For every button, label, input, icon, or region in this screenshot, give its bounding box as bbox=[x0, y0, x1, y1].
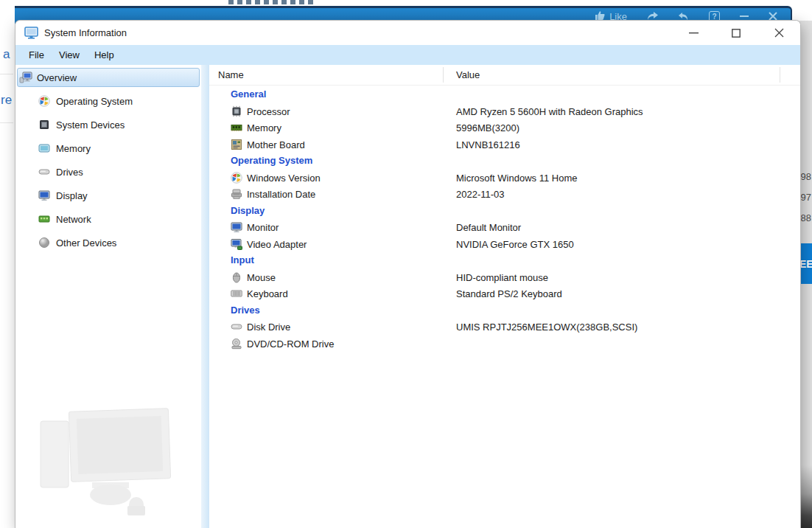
motherboard-icon bbox=[231, 139, 242, 150]
row-monitor[interactable]: MonitorDefault Monitor bbox=[209, 219, 800, 236]
sphere-icon bbox=[38, 237, 52, 249]
display-icon bbox=[231, 221, 242, 233]
ram-icon bbox=[231, 122, 242, 133]
item-value: NVIDIA GeForce GTX 1650 bbox=[456, 239, 574, 250]
sidebar-item-memory[interactable]: Memory bbox=[17, 139, 200, 158]
workstation-icon bbox=[19, 72, 32, 83]
item-name: Keyboard bbox=[247, 288, 288, 299]
row-installation-date[interactable]: Installation Date2022-11-03 bbox=[209, 186, 800, 203]
item-value: 2022-11-03 bbox=[456, 189, 505, 200]
background-left-edge: a re bbox=[0, 0, 15, 528]
item-name: Processor bbox=[247, 106, 290, 117]
item-value: Default Monitor bbox=[456, 222, 521, 233]
item-name: Monitor bbox=[247, 222, 279, 233]
menu-view[interactable]: View bbox=[52, 49, 87, 60]
row-disk-drive[interactable]: Disk DriveUMIS RPJTJ256MEE1OWX(238GB,SCS… bbox=[209, 319, 800, 336]
details-panel: Name Value GeneralProcessorAMD Ryzen 5 5… bbox=[209, 65, 800, 528]
close-icon[interactable] bbox=[757, 21, 800, 45]
windows-logo-icon bbox=[231, 172, 242, 184]
row-mother-board[interactable]: Mother BoardLNVNB161216 bbox=[209, 136, 800, 153]
item-name: Installation Date bbox=[247, 189, 315, 200]
row-keyboard[interactable]: KeyboardStandard PS/2 Keyboard bbox=[209, 285, 800, 302]
chip-icon bbox=[38, 119, 52, 131]
item-value: LNVNB161216 bbox=[456, 139, 520, 150]
column-header-name[interactable]: Name bbox=[218, 69, 244, 80]
menu-file[interactable]: File bbox=[21, 49, 52, 60]
section-header-display: Display bbox=[209, 203, 800, 220]
computer-watermark-image bbox=[18, 395, 199, 520]
row-windows-version[interactable]: Windows VersionMicrosoft Windows 11 Home bbox=[209, 170, 800, 187]
item-name: Disk Drive bbox=[247, 322, 290, 333]
item-value: AMD Ryzen 5 5600H with Radeon Graphics bbox=[456, 106, 643, 117]
disk-drive-icon bbox=[231, 321, 242, 333]
sidebar-item-label: Drives bbox=[56, 167, 83, 178]
sidebar-item-display[interactable]: Display bbox=[17, 186, 200, 205]
ram-module-icon bbox=[38, 142, 52, 154]
cropped-link-text[interactable]: a bbox=[3, 47, 10, 62]
sidebar-item-overview[interactable]: Overview bbox=[17, 68, 200, 87]
item-value: HID-compliant mouse bbox=[456, 272, 548, 283]
sidebar-item-label: Display bbox=[56, 190, 88, 201]
row-video-adapter[interactable]: Video AdapterNVIDIA GeForce GTX 1650 bbox=[209, 236, 800, 253]
sidebar-item-label: Overview bbox=[37, 72, 77, 83]
sidebar-item-label: Memory bbox=[56, 143, 91, 154]
divider bbox=[0, 74, 13, 74]
cropped-number: 88 bbox=[801, 212, 811, 223]
cropped-number: 98 bbox=[801, 171, 811, 182]
maximize-icon[interactable] bbox=[715, 21, 757, 45]
sidebar-item-label: Other Devices bbox=[56, 237, 116, 249]
sidebar-splitter[interactable] bbox=[201, 65, 209, 528]
network-icon bbox=[38, 213, 52, 225]
row-memory[interactable]: Memory5996MB(3200) bbox=[209, 119, 800, 136]
sidebar-item-label: Network bbox=[56, 214, 91, 225]
item-value: UMIS RPJTJ256MEE1OWX(238GB,SCSI) bbox=[456, 322, 637, 333]
system-information-window: System Information File View Help Overvi… bbox=[15, 20, 801, 528]
divider bbox=[0, 122, 13, 123]
sidebar: OverviewOperating SystemSystem DevicesMe… bbox=[15, 65, 201, 528]
item-value: Standard PS/2 Keyboard bbox=[456, 288, 562, 299]
display-icon bbox=[38, 190, 52, 201]
item-name: Windows Version bbox=[247, 173, 321, 184]
row-processor[interactable]: ProcessorAMD Ryzen 5 5600H with Radeon G… bbox=[209, 103, 800, 120]
section-header-general: General bbox=[209, 86, 800, 103]
dvd-drive-icon bbox=[231, 338, 242, 350]
column-divider[interactable] bbox=[443, 67, 444, 83]
video-adapter-icon bbox=[231, 238, 242, 250]
sidebar-item-label: System Devices bbox=[56, 119, 125, 131]
column-divider[interactable] bbox=[780, 67, 780, 83]
section-header-input: Input bbox=[209, 252, 800, 269]
column-header-value[interactable]: Value bbox=[456, 69, 480, 80]
sidebar-item-other-devices[interactable]: Other Devices bbox=[17, 233, 200, 252]
monitor-icon bbox=[24, 27, 38, 39]
row-dvd-cd-rom-drive[interactable]: DVD/CD-ROM Drive bbox=[209, 336, 800, 352]
menu-help[interactable]: Help bbox=[87, 49, 122, 60]
cropped-number: 97 bbox=[801, 192, 811, 203]
drive-icon bbox=[38, 166, 52, 178]
keyboard-icon bbox=[231, 288, 242, 299]
sidebar-item-network[interactable]: Network bbox=[17, 209, 200, 229]
section-header-operating-system: Operating System bbox=[209, 153, 800, 170]
window-title: System Information bbox=[44, 27, 127, 38]
item-value: Microsoft Windows 11 Home bbox=[456, 173, 577, 184]
cpu-icon bbox=[231, 105, 242, 117]
window-titlebar[interactable]: System Information bbox=[15, 21, 800, 45]
info-list: GeneralProcessorAMD Ryzen 5 5600H with R… bbox=[209, 86, 800, 352]
menu-bar: File View Help bbox=[15, 45, 800, 65]
sidebar-item-drives[interactable]: Drives bbox=[17, 162, 200, 181]
section-header-drives: Drives bbox=[209, 302, 800, 319]
item-value: 5996MB(3200) bbox=[456, 122, 519, 133]
cropped-background-text bbox=[228, 0, 317, 4]
cropped-blue-button[interactable]: EE bbox=[799, 243, 812, 284]
sidebar-item-operating-system[interactable]: Operating System bbox=[17, 91, 200, 111]
minimize-icon[interactable] bbox=[672, 21, 715, 45]
sidebar-item-system-devices[interactable]: System Devices bbox=[17, 115, 200, 134]
cropped-link-text[interactable]: re bbox=[1, 93, 12, 108]
row-mouse[interactable]: MouseHID-compliant mouse bbox=[209, 269, 800, 286]
mouse-icon bbox=[231, 271, 242, 283]
list-header: Name Value bbox=[209, 65, 800, 86]
item-name: Memory bbox=[247, 122, 281, 133]
install-date-icon bbox=[231, 188, 242, 200]
background-right-edge: 98 97 88 EE bbox=[799, 21, 812, 528]
minimize-icon[interactable] bbox=[740, 15, 749, 18]
item-name: Mouse bbox=[247, 272, 276, 283]
